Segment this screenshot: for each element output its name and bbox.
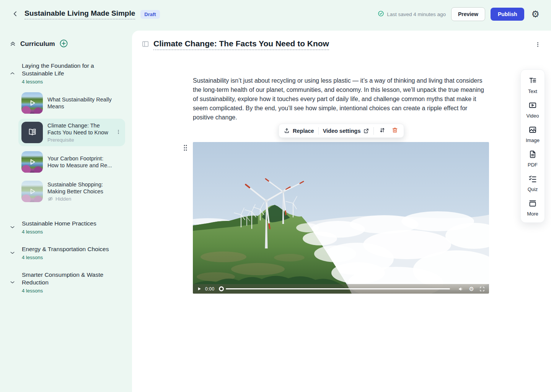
section-title: Sustainable Home Practices [22,220,96,227]
lesson-menu-button[interactable] [115,128,122,137]
add-text-block-button[interactable]: Text [528,76,537,94]
play-icon [21,151,43,173]
lesson-list: What Sustainability Really Means Climate… [0,89,132,205]
chevron-down-icon [9,271,17,294]
add-pdf-block-button[interactable]: PDF [528,150,538,168]
external-link-icon [363,128,369,134]
save-status: Last saved 4 minutes ago [378,10,446,18]
lesson-meta-prerequisite: Prerequisite [47,137,110,143]
add-video-block-button[interactable]: Video [526,101,539,119]
seek-bar[interactable] [226,288,450,289]
lesson-options-button[interactable] [533,40,543,49]
status-badge: Draft [140,10,160,19]
section-header[interactable]: Laying the Foundation for a Sustainable … [0,62,132,85]
lesson-item-hidden[interactable]: Sustainable Shopping: Making Better Choi… [18,178,125,205]
volume-button[interactable] [458,286,464,292]
lesson-item[interactable]: Your Carbon Footprint: How to Measure an… [18,148,125,176]
curriculum-section: Energy & Transportation Choices 4 lesson… [0,245,132,260]
preview-button[interactable]: Preview [451,7,485,21]
add-block-palette: Text Video Image PDF [520,69,545,223]
topbar-actions: Last saved 4 minutes ago Preview Publish… [378,7,541,21]
add-quiz-block-button[interactable]: Quiz [528,174,538,192]
lesson-meta-hidden: Hidden [47,196,122,202]
double-chevron-up-icon [9,40,16,48]
lesson-header: Climate Change: The Facts You Need to Kn… [141,39,543,50]
publish-button[interactable]: Publish [491,8,525,21]
current-time: 0:00 [205,286,215,292]
trash-icon [391,127,398,135]
curriculum-section: Smarter Consumption & Waste Reduction 4 … [0,271,132,294]
chevron-down-icon [9,245,17,260]
player-settings-button[interactable]: ⚙ [469,286,474,292]
quiz-block-icon [528,174,537,185]
seek-handle[interactable] [219,286,224,291]
lesson-item[interactable]: What Sustainability Really Means [18,89,125,117]
play-icon [21,92,43,114]
section-lesson-count: 4 lessons [22,288,104,294]
course-builder-screen: Sustainable Living Made Simple Draft Las… [0,0,551,392]
add-more-block-button[interactable]: More [527,199,538,217]
drag-dots-icon [183,144,188,152]
gear-icon: ⚙ [469,286,474,292]
lesson-body-text[interactable]: Sustainability isn’t just about recyclin… [193,76,490,122]
video-block-icon [528,101,537,111]
curriculum-section: Sustainable Home Practices 4 lessons [0,220,132,235]
course-title[interactable]: Sustainable Living Made Simple [24,9,135,20]
section-header[interactable]: Sustainable Home Practices 4 lessons [0,220,132,235]
video-block-toolbar: Replace Video settings [279,124,404,138]
chevron-left-icon [11,10,19,19]
video-thumbnail [21,181,43,202]
text-block-icon [528,76,537,87]
pdf-block-icon [528,150,537,160]
curriculum-header: Curriculum [0,31,132,49]
curriculum-sidebar: Curriculum Laying the Foundation for a S… [0,31,132,392]
wind-farm-video-frame [193,142,489,294]
video-controls-bar: 0:00 ⚙ [193,284,489,294]
section-title: Smarter Consumption & Waste Reduction [22,271,104,286]
add-section-button[interactable] [59,39,68,49]
video-thumbnail [21,92,43,114]
toolbar-divider [373,127,374,135]
more-blocks-icon [528,199,537,209]
plus-circle-icon [59,39,68,49]
lesson-editor-panel: Climate Change: The Facts You Need to Kn… [132,31,551,392]
lesson-title: Climate Change: The Facts You Need to Kn… [47,122,111,136]
delete-block-button[interactable] [391,126,399,136]
chevron-up-icon [9,62,17,85]
section-lesson-count: 4 lessons [22,229,96,235]
lesson-title: What Sustainability Really Means [47,96,112,110]
back-button[interactable] [10,8,21,20]
toggle-sidebar-button[interactable] [141,40,150,49]
play-icon [21,181,43,202]
image-block-icon [528,125,537,136]
lesson-item-selected[interactable]: Climate Change: The Facts You Need to Kn… [18,119,125,146]
save-status-text: Last saved 4 minutes ago [387,11,446,17]
play-button[interactable] [197,286,202,291]
add-image-block-button[interactable]: Image [526,125,540,143]
video-thumbnail [21,151,43,173]
settings-button[interactable]: ⚙ [530,8,541,20]
section-header[interactable]: Energy & Transportation Choices 4 lesson… [0,245,132,260]
eye-off-icon [47,196,53,202]
fullscreen-button[interactable] [479,286,485,292]
upload-icon [284,127,290,134]
lesson-title: Sustainable Shopping: Making Better Choi… [47,181,112,195]
collapse-all-button[interactable] [9,40,16,48]
gear-icon: ⚙ [531,10,540,19]
section-lesson-count: 4 lessons [22,255,109,260]
sort-arrows-icon [379,127,386,135]
curriculum-title: Curriculum [20,40,55,48]
video-settings-button[interactable]: Video settings [323,128,370,134]
lesson-page-title[interactable]: Climate Change: The Facts You Need to Kn… [153,39,329,50]
section-title: Laying the Foundation for a Sustainable … [22,62,98,77]
section-header[interactable]: Smarter Consumption & Waste Reduction 4 … [0,271,132,294]
section-lesson-count: 4 lessons [22,79,98,85]
video-player[interactable]: 0:00 ⚙ [193,142,489,294]
curriculum-section: Laying the Foundation for a Sustainable … [0,62,132,205]
panel-toggle-icon [141,40,150,49]
move-block-button[interactable] [378,126,386,136]
block-drag-handle[interactable] [182,144,189,153]
lesson-title: Your Carbon Footprint: How to Measure an… [47,155,112,169]
replace-button[interactable]: Replace [284,127,314,134]
toolbar-divider [318,127,319,135]
